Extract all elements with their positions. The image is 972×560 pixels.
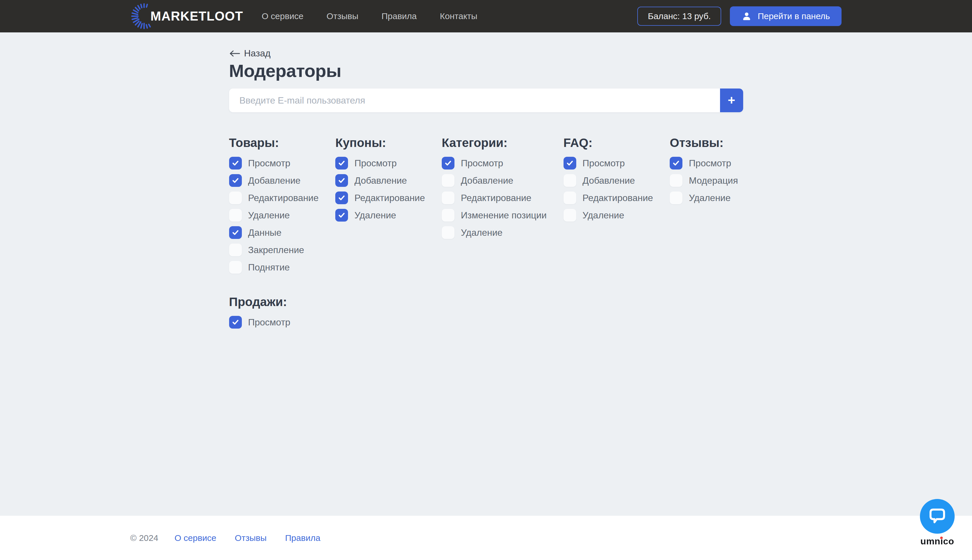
perm-label: Просмотр [461, 158, 503, 168]
chat-button[interactable] [920, 499, 955, 534]
checkbox-checked-icon[interactable] [335, 192, 348, 204]
perm-checkbox-row[interactable]: Удаление [229, 209, 319, 222]
perm-checkbox-row[interactable]: Редактирование [564, 192, 653, 204]
checkbox-checked-icon[interactable] [335, 157, 348, 170]
perm-label: Закрепление [248, 245, 304, 255]
perm-label: Просмотр [583, 158, 625, 168]
perm-checkbox-row[interactable]: Просмотр [442, 157, 547, 170]
page-title: Модераторы [229, 60, 743, 81]
perm-label: Удаление [354, 210, 396, 221]
check-icon [338, 159, 346, 167]
checkbox-unchecked-icon[interactable] [564, 174, 576, 187]
footer-link-3[interactable]: Правила [285, 533, 320, 543]
perm-group-title: Отзывы: [670, 135, 738, 150]
perm-checkbox-row[interactable]: Добавление [442, 174, 547, 187]
perm-checkbox-row[interactable]: Просмотр [229, 157, 319, 170]
perm-checkbox-row[interactable]: Удаление [442, 226, 547, 239]
checkbox-checked-icon[interactable] [442, 157, 455, 170]
checkbox-checked-icon[interactable] [229, 316, 242, 328]
perm-label: Удаление [461, 227, 502, 238]
go-to-panel-button[interactable]: Перейти в панель [730, 7, 842, 26]
check-icon [672, 159, 680, 167]
brand-name: MARKETLOOT [150, 9, 243, 23]
nav-item-1[interactable]: О сервисе [262, 11, 303, 21]
perm-group-4: FAQ:ПросмотрДобавлениеРедактированиеУдал… [564, 135, 653, 226]
back-label: Назад [244, 48, 271, 59]
perm-checkbox-row[interactable]: Добавление [229, 174, 319, 187]
perm-label: Добавление [461, 175, 513, 186]
checkbox-unchecked-icon[interactable] [442, 192, 455, 204]
perm-checkbox-row[interactable]: Просмотр [564, 157, 653, 170]
perm-label: Просмотр [354, 158, 397, 168]
check-icon [232, 159, 240, 167]
checkbox-unchecked-icon[interactable] [229, 209, 242, 222]
perm-group-3: Категории:ПросмотрДобавлениеРедактирован… [442, 135, 547, 243]
nav-item-3[interactable]: Правила [382, 11, 417, 21]
perm-label: Удаление [689, 193, 730, 203]
header-right: Баланс: 13 руб. Перейти в панель [637, 7, 842, 26]
perm-checkbox-row[interactable]: Модерация [670, 174, 738, 187]
perm-group-title: Купоны: [335, 135, 425, 150]
perm-checkbox-row[interactable]: Добавление [335, 174, 425, 187]
check-icon [566, 159, 574, 167]
back-arrow-icon [229, 50, 240, 57]
perm-checkbox-row[interactable]: Удаление [335, 209, 425, 222]
perm-checkbox-row[interactable]: Просмотр [335, 157, 425, 170]
footer-link-1[interactable]: О сервисе [175, 533, 216, 543]
perm-checkbox-row[interactable]: Закрепление [229, 243, 319, 256]
perm-label: Добавление [583, 175, 635, 186]
checkbox-unchecked-icon[interactable] [229, 261, 242, 273]
perm-label: Данные [248, 227, 282, 238]
perm-checkbox-row[interactable]: Просмотр [229, 316, 290, 328]
perm-group-title: Товары: [229, 135, 319, 150]
perm-label: Редактирование [248, 193, 319, 203]
perm-checkbox-row[interactable]: Редактирование [442, 192, 547, 204]
checkbox-unchecked-icon[interactable] [670, 192, 682, 204]
checkbox-unchecked-icon[interactable] [442, 226, 455, 239]
perm-checkbox-row[interactable]: Удаление [564, 209, 653, 222]
checkbox-unchecked-icon[interactable] [229, 243, 242, 256]
checkbox-unchecked-icon[interactable] [229, 192, 242, 204]
checkbox-unchecked-icon[interactable] [442, 174, 455, 187]
checkbox-unchecked-icon[interactable] [670, 174, 682, 187]
checkbox-checked-icon[interactable] [229, 157, 242, 170]
perm-checkbox-row[interactable]: Поднятие [229, 261, 319, 273]
perm-checkbox-row[interactable]: Добавление [564, 174, 653, 187]
perm-group-1: Товары:ПросмотрДобавлениеРедактированиеУ… [229, 135, 319, 278]
chat-brand-dot [940, 537, 943, 539]
back-link[interactable]: Назад [229, 48, 271, 59]
header: MARKETLOOT О сервисеОтзывыПравилаКонтакт… [0, 0, 972, 32]
checkbox-checked-icon[interactable] [335, 174, 348, 187]
check-icon [338, 177, 346, 185]
checkbox-unchecked-icon[interactable] [442, 209, 455, 222]
check-icon [232, 318, 240, 326]
footer-link-2[interactable]: Отзывы [235, 533, 267, 543]
checkbox-checked-icon[interactable] [564, 157, 576, 170]
add-moderator-button[interactable]: + [720, 88, 743, 112]
user-icon [742, 11, 752, 22]
perm-group-2: Купоны:ПросмотрДобавлениеРедактированиеУ… [335, 135, 425, 226]
balance-badge[interactable]: Баланс: 13 руб. [637, 7, 721, 26]
perm-checkbox-row[interactable]: Изменение позиции [442, 209, 547, 222]
perm-checkbox-row[interactable]: Редактирование [335, 192, 425, 204]
permissions-section: Товары:ПросмотрДобавлениеРедактированиеУ… [229, 135, 743, 333]
perm-checkbox-row[interactable]: Удаление [670, 192, 738, 204]
nav-item-4[interactable]: Контакты [440, 11, 478, 21]
perm-checkbox-row[interactable]: Данные [229, 226, 319, 239]
go-to-panel-label: Перейти в панель [758, 11, 830, 21]
email-input[interactable] [229, 88, 720, 112]
brand-logo[interactable]: MARKETLOOT [130, 2, 243, 30]
check-icon [338, 211, 346, 219]
checkbox-unchecked-icon[interactable] [564, 192, 576, 204]
checkbox-checked-icon[interactable] [229, 226, 242, 239]
perm-checkbox-row[interactable]: Редактирование [229, 192, 319, 204]
checkbox-checked-icon[interactable] [229, 174, 242, 187]
perm-label: Изменение позиции [461, 210, 547, 221]
checkbox-checked-icon[interactable] [670, 157, 682, 170]
checkbox-unchecked-icon[interactable] [564, 209, 576, 222]
checkbox-checked-icon[interactable] [335, 209, 348, 222]
footer: © 2024 О сервисеОтзывыПравила [0, 516, 972, 560]
perm-label: Удаление [583, 210, 624, 221]
nav-item-2[interactable]: Отзывы [327, 11, 358, 21]
perm-checkbox-row[interactable]: Просмотр [670, 157, 738, 170]
